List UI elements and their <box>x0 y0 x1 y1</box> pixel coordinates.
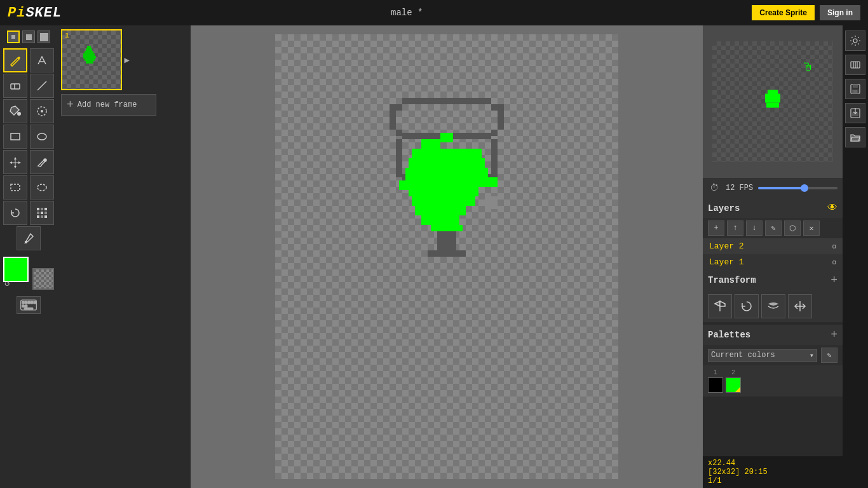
svg-rect-34 <box>85 58 95 61</box>
tool-row-move <box>3 150 54 174</box>
create-sprite-button[interactable]: Create Sprite <box>752 5 815 20</box>
edit-palette-button[interactable]: ✎ <box>821 348 837 363</box>
sign-in-button[interactable]: Sign in <box>820 5 860 20</box>
frame-size-small[interactable] <box>7 30 20 43</box>
right-panel-spacer <box>703 396 843 456</box>
palette-color-1-container: 1 <box>708 369 723 393</box>
export-button[interactable] <box>845 103 865 123</box>
resize-button[interactable] <box>788 294 812 318</box>
header-actions: Create Sprite Sign in <box>752 5 860 20</box>
secondary-color-swatch[interactable] <box>32 268 54 290</box>
frame-size-medium[interactable] <box>22 30 35 43</box>
preview-cursor-icon: 🖱 <box>803 60 814 74</box>
layers-visibility-button[interactable]: 👁 <box>827 202 837 214</box>
svg-rect-50 <box>421 139 440 149</box>
eyedropper-tool[interactable] <box>17 226 41 250</box>
flip-horizontal-button[interactable] <box>708 294 732 318</box>
svg-point-19 <box>25 241 27 243</box>
layers-header: Layers 👁 <box>703 198 843 218</box>
frame-size-large[interactable] <box>37 30 50 43</box>
svg-rect-8 <box>11 184 20 191</box>
svg-rect-27 <box>25 305 27 307</box>
frame-item[interactable]: 1 ▶ <box>61 29 122 90</box>
resize-canvas-button[interactable] <box>845 55 865 75</box>
svg-rect-24 <box>31 301 32 303</box>
svg-rect-11 <box>41 208 43 210</box>
canvas-area[interactable] <box>191 25 703 488</box>
rotate-tool[interactable] <box>3 201 27 225</box>
fill-tool[interactable] <box>3 99 27 123</box>
tool-row-shapes <box>3 125 54 149</box>
svg-rect-22 <box>25 301 27 303</box>
color-reset-button[interactable]: ↺ <box>4 278 10 288</box>
svg-rect-39 <box>390 104 396 130</box>
save-button[interactable] <box>845 79 865 99</box>
svg-rect-25 <box>34 301 36 303</box>
eraser-tool[interactable] <box>3 74 27 98</box>
move-layer-up-button[interactable]: ↑ <box>727 220 743 236</box>
rectangle-tool[interactable] <box>3 125 27 149</box>
ellipse-tool[interactable] <box>30 125 54 149</box>
palettes-section: Palettes + Current colors ▾ ✎ 1 2 <box>703 325 843 396</box>
fps-slider[interactable] <box>758 187 837 189</box>
rect-select-tool[interactable] <box>3 175 27 200</box>
add-palette-button[interactable]: + <box>831 329 837 341</box>
transform-add-button[interactable]: + <box>831 274 837 287</box>
tool-row-fill <box>3 99 54 123</box>
layers-section: Layers 👁 + ↑ ↓ ✎ ⬡ ✕ Layer 2 α Layer 1 α <box>703 198 843 270</box>
palettes-header: Palettes + <box>703 325 843 345</box>
svg-point-2 <box>17 112 21 116</box>
svg-rect-32 <box>83 53 95 56</box>
dither-tool[interactable] <box>30 201 54 225</box>
document-title: male * <box>391 8 423 18</box>
svg-point-6 <box>37 133 46 140</box>
line-tool[interactable] <box>30 74 54 98</box>
add-layer-button[interactable]: + <box>708 220 724 236</box>
svg-rect-59 <box>415 206 466 215</box>
svg-rect-62 <box>485 196 498 209</box>
animation-icon: ⏱ <box>708 182 721 194</box>
palette-color-2-container: 2 <box>726 369 741 393</box>
open-button[interactable] <box>845 127 865 147</box>
frame-arrow-icon: ▶ <box>125 55 130 65</box>
flip-button[interactable] <box>761 294 785 318</box>
add-frame-plus-icon: + <box>67 98 74 111</box>
palette-swatch-green[interactable] <box>726 377 741 393</box>
frame-thumbnail <box>62 30 121 89</box>
color-picker-tool[interactable] <box>30 150 54 174</box>
lasso-select-tool[interactable] <box>30 175 54 200</box>
move-tool[interactable] <box>3 150 27 174</box>
transform-title: Transform <box>708 275 756 285</box>
palette-dropdown[interactable]: Current colors ▾ <box>708 349 817 362</box>
palette-swatch-black[interactable] <box>708 377 723 393</box>
svg-rect-65 <box>766 103 779 108</box>
svg-rect-55 <box>405 177 498 187</box>
rotate-button[interactable] <box>735 294 759 318</box>
fps-label: 12 FPS <box>726 184 753 193</box>
rename-layer-button[interactable]: ✎ <box>765 220 782 236</box>
header: PiSKEL male * Create Sprite Sign in <box>0 0 868 25</box>
svg-rect-58 <box>412 196 475 206</box>
layer-item-1[interactable]: Layer 1 α <box>703 254 843 270</box>
settings-button[interactable] <box>845 30 865 51</box>
small-icon <box>11 35 15 39</box>
layer-item-2[interactable]: Layer 2 α <box>703 238 843 254</box>
svg-rect-29 <box>87 46 91 48</box>
svg-rect-35 <box>86 61 93 64</box>
cursor-coords: x22.44 <box>708 459 837 468</box>
pen-tool[interactable] <box>30 48 54 72</box>
lasso-tool[interactable] <box>30 99 54 123</box>
pencil-tool[interactable] <box>3 48 27 72</box>
svg-rect-31 <box>85 51 93 53</box>
delete-layer-button[interactable]: ✕ <box>803 220 820 236</box>
keyboard-shortcuts-button[interactable] <box>17 296 41 314</box>
add-frame-button[interactable]: + Add new frame <box>61 94 156 116</box>
palette-dropdown-arrow-icon: ▾ <box>810 351 814 360</box>
svg-rect-0 <box>11 84 20 89</box>
merge-layer-button[interactable]: ⬡ <box>784 220 801 236</box>
main-layout: ↺ 1 <box>0 25 868 488</box>
svg-rect-54 <box>405 168 488 177</box>
palettes-title: Palettes <box>708 330 750 340</box>
move-layer-down-button[interactable]: ↓ <box>746 220 763 236</box>
svg-rect-30 <box>86 48 92 51</box>
